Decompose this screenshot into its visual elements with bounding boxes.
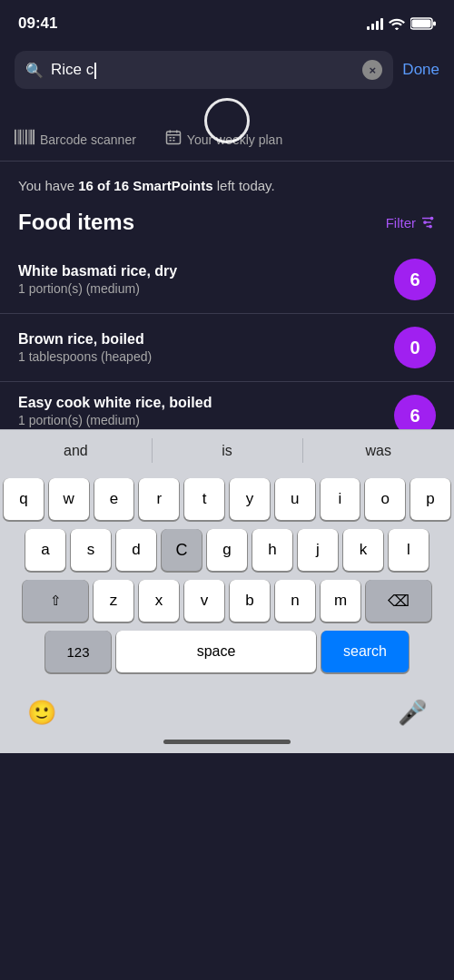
key-g[interactable]: g (207, 529, 247, 571)
key-e[interactable]: e (94, 478, 134, 520)
key-d[interactable]: d (116, 529, 156, 571)
home-indicator (0, 740, 454, 753)
bottom-bar: 🙂 🎤 (0, 685, 454, 740)
points-badge-3: 6 (394, 395, 436, 429)
food-portion-3: 1 portion(s) (medium) (18, 413, 394, 427)
svg-rect-6 (23, 130, 24, 145)
svg-rect-4 (18, 130, 19, 145)
key-row-4: 123 space search (4, 631, 450, 672)
key-k[interactable]: k (343, 529, 383, 571)
key-q[interactable]: q (4, 478, 44, 520)
delete-key[interactable]: ⌫ (366, 580, 431, 622)
svg-point-23 (423, 220, 427, 224)
suggestion-was[interactable]: was (302, 430, 454, 471)
section-title: Food items (18, 210, 134, 235)
section-header: Food items Filter (0, 210, 454, 246)
search-icon: 🔍 (25, 62, 44, 79)
calendar-icon (165, 129, 182, 150)
key-C[interactable]: C (162, 529, 202, 571)
wifi-icon (389, 17, 405, 30)
key-l[interactable]: l (389, 529, 429, 571)
filter-label: Filter (386, 215, 416, 230)
key-a[interactable]: a (25, 529, 65, 571)
search-bar[interactable]: 🔍 Rice c × (15, 51, 393, 89)
key-u[interactable]: u (275, 478, 315, 520)
filter-icon (419, 214, 436, 230)
search-bar-container: 🔍 Rice c × Done (0, 44, 454, 96)
key-b[interactable]: b (230, 580, 270, 622)
svg-rect-10 (33, 130, 35, 145)
key-h[interactable]: h (252, 529, 292, 571)
key-v[interactable]: v (184, 580, 224, 622)
key-x[interactable]: x (139, 580, 179, 622)
key-y[interactable]: y (230, 478, 270, 520)
svg-rect-16 (173, 137, 174, 139)
space-key[interactable]: space (116, 631, 316, 672)
svg-rect-3 (15, 130, 16, 145)
food-item-1[interactable]: White basmati rice, dry 1 portion(s) (me… (0, 246, 454, 314)
barcode-scanner-button[interactable]: Barcode scanner (15, 129, 136, 150)
svg-rect-18 (173, 140, 174, 142)
svg-rect-1 (433, 22, 436, 26)
barcode-icon (15, 129, 35, 150)
clear-button[interactable]: × (362, 60, 382, 80)
key-i[interactable]: i (321, 478, 360, 520)
svg-rect-5 (20, 130, 22, 145)
key-t[interactable]: t (184, 478, 224, 520)
keyboard-suggestions: and is was (0, 429, 454, 471)
suggestion-is[interactable]: is (152, 430, 303, 471)
food-portion-2: 1 tablespoons (heaped) (18, 349, 394, 364)
food-name-3: Easy cook white rice, boiled (18, 395, 394, 411)
status-icons (367, 17, 436, 30)
food-name-1: White basmati rice, dry (18, 263, 394, 279)
svg-rect-8 (29, 130, 30, 145)
food-portion-1: 1 portion(s) (medium) (18, 281, 394, 296)
done-button[interactable]: Done (402, 61, 439, 79)
key-z[interactable]: z (94, 580, 133, 622)
food-info-2: Brown rice, boiled 1 tablespoons (heaped… (18, 331, 394, 364)
shift-key[interactable]: ⇧ (23, 580, 88, 622)
key-row-2: a s d C g h j k l (4, 529, 450, 571)
food-info-1: White basmati rice, dry 1 portion(s) (me… (18, 263, 394, 296)
banner-prefix: You have (18, 178, 78, 193)
key-j[interactable]: j (298, 529, 338, 571)
key-row-1: q w e r t y u i o p (4, 478, 450, 520)
banner-suffix: left today. (213, 178, 275, 193)
mic-key[interactable]: 🎤 (398, 699, 427, 727)
status-time: 09:41 (18, 15, 57, 33)
key-r[interactable]: r (139, 478, 179, 520)
svg-point-22 (430, 217, 434, 220)
barcode-label: Barcode scanner (40, 132, 136, 147)
search-input-value: Rice c (51, 61, 94, 78)
svg-rect-2 (412, 20, 431, 28)
points-badge-2: 0 (394, 327, 436, 368)
loading-indicator (204, 98, 250, 143)
points-badge-1: 6 (394, 259, 436, 300)
key-s[interactable]: s (71, 529, 111, 571)
key-p[interactable]: p (410, 478, 450, 520)
search-input[interactable]: Rice c (51, 61, 355, 79)
key-w[interactable]: w (49, 478, 89, 520)
suggestion-and[interactable]: and (0, 430, 152, 471)
banner-points: 16 of 16 SmartPoints (78, 178, 212, 193)
food-name-2: Brown rice, boiled (18, 331, 394, 348)
home-bar (163, 740, 291, 744)
emoji-key[interactable]: 🙂 (27, 699, 56, 727)
num-key[interactable]: 123 (45, 631, 111, 672)
svg-rect-9 (30, 130, 32, 145)
svg-rect-17 (169, 140, 171, 142)
smartpoints-banner: You have 16 of 16 SmartPoints left today… (0, 162, 454, 210)
filter-button[interactable]: Filter (386, 214, 436, 230)
food-item-2[interactable]: Brown rice, boiled 1 tablespoons (heaped… (0, 314, 454, 382)
key-m[interactable]: m (321, 580, 360, 622)
svg-rect-15 (169, 137, 171, 139)
keyboard: q w e r t y u i o p a s d C g h j k l ⇧ … (0, 471, 454, 685)
battery-icon (410, 17, 436, 30)
svg-rect-7 (25, 130, 27, 145)
food-item-3[interactable]: Easy cook white rice, boiled 1 portion(s… (0, 382, 454, 429)
search-key[interactable]: search (321, 631, 409, 672)
key-n[interactable]: n (275, 580, 315, 622)
key-row-3: ⇧ z x v b n m ⌫ (4, 580, 450, 622)
key-o[interactable]: o (365, 478, 405, 520)
status-bar: 09:41 (0, 0, 454, 44)
